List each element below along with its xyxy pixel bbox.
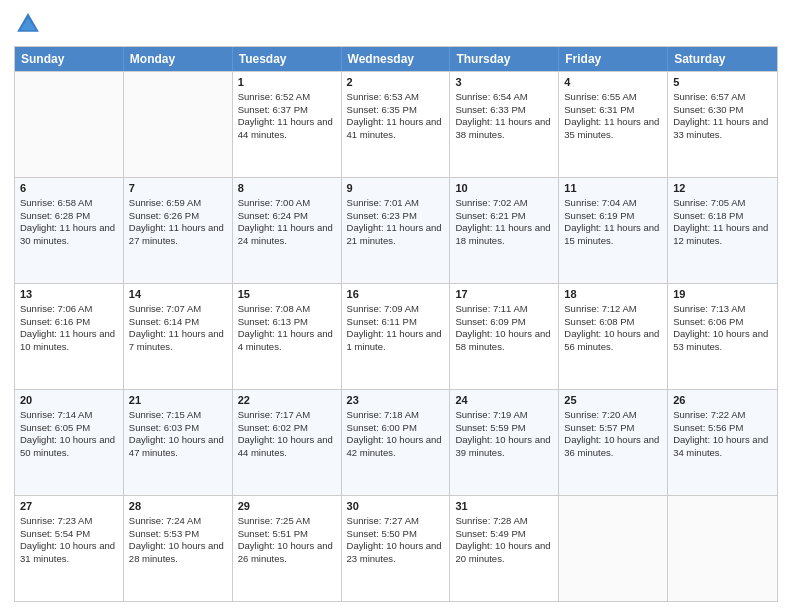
day-number: 27 (20, 499, 118, 514)
daylight-text: Daylight: 10 hours and 53 minutes. (673, 328, 768, 352)
sunset-text: Sunset: 6:14 PM (129, 316, 199, 327)
calendar-row-3: 13Sunrise: 7:06 AMSunset: 6:16 PMDayligh… (15, 283, 777, 389)
daylight-text: Daylight: 10 hours and 36 minutes. (564, 434, 659, 458)
sunset-text: Sunset: 6:26 PM (129, 210, 199, 221)
day-number: 4 (564, 75, 662, 90)
sunset-text: Sunset: 6:33 PM (455, 104, 525, 115)
empty-cell (559, 496, 668, 601)
sunset-text: Sunset: 6:00 PM (347, 422, 417, 433)
day-cell-15: 15Sunrise: 7:08 AMSunset: 6:13 PMDayligh… (233, 284, 342, 389)
day-cell-5: 5Sunrise: 6:57 AMSunset: 6:30 PMDaylight… (668, 72, 777, 177)
day-cell-24: 24Sunrise: 7:19 AMSunset: 5:59 PMDayligh… (450, 390, 559, 495)
sunset-text: Sunset: 5:59 PM (455, 422, 525, 433)
day-cell-8: 8Sunrise: 7:00 AMSunset: 6:24 PMDaylight… (233, 178, 342, 283)
calendar-header: SundayMondayTuesdayWednesdayThursdayFrid… (15, 47, 777, 71)
header-cell-thursday: Thursday (450, 47, 559, 71)
sunrise-text: Sunrise: 7:12 AM (564, 303, 636, 314)
day-cell-13: 13Sunrise: 7:06 AMSunset: 6:16 PMDayligh… (15, 284, 124, 389)
day-number: 11 (564, 181, 662, 196)
header-cell-friday: Friday (559, 47, 668, 71)
sunrise-text: Sunrise: 7:20 AM (564, 409, 636, 420)
sunrise-text: Sunrise: 7:08 AM (238, 303, 310, 314)
sunrise-text: Sunrise: 7:22 AM (673, 409, 745, 420)
daylight-text: Daylight: 10 hours and 31 minutes. (20, 540, 115, 564)
sunset-text: Sunset: 6:23 PM (347, 210, 417, 221)
calendar: SundayMondayTuesdayWednesdayThursdayFrid… (14, 46, 778, 602)
daylight-text: Daylight: 11 hours and 44 minutes. (238, 116, 333, 140)
day-number: 20 (20, 393, 118, 408)
day-cell-4: 4Sunrise: 6:55 AMSunset: 6:31 PMDaylight… (559, 72, 668, 177)
sunset-text: Sunset: 5:53 PM (129, 528, 199, 539)
day-cell-9: 9Sunrise: 7:01 AMSunset: 6:23 PMDaylight… (342, 178, 451, 283)
sunrise-text: Sunrise: 7:07 AM (129, 303, 201, 314)
sunrise-text: Sunrise: 7:14 AM (20, 409, 92, 420)
daylight-text: Daylight: 10 hours and 42 minutes. (347, 434, 442, 458)
day-number: 30 (347, 499, 445, 514)
sunset-text: Sunset: 6:21 PM (455, 210, 525, 221)
sunset-text: Sunset: 6:06 PM (673, 316, 743, 327)
day-cell-27: 27Sunrise: 7:23 AMSunset: 5:54 PMDayligh… (15, 496, 124, 601)
sunrise-text: Sunrise: 7:13 AM (673, 303, 745, 314)
sunset-text: Sunset: 5:54 PM (20, 528, 90, 539)
day-number: 12 (673, 181, 772, 196)
sunset-text: Sunset: 5:56 PM (673, 422, 743, 433)
header-cell-wednesday: Wednesday (342, 47, 451, 71)
day-number: 25 (564, 393, 662, 408)
daylight-text: Daylight: 11 hours and 41 minutes. (347, 116, 442, 140)
day-cell-31: 31Sunrise: 7:28 AMSunset: 5:49 PMDayligh… (450, 496, 559, 601)
daylight-text: Daylight: 11 hours and 7 minutes. (129, 328, 224, 352)
empty-cell (15, 72, 124, 177)
day-cell-23: 23Sunrise: 7:18 AMSunset: 6:00 PMDayligh… (342, 390, 451, 495)
empty-cell (124, 72, 233, 177)
day-cell-20: 20Sunrise: 7:14 AMSunset: 6:05 PMDayligh… (15, 390, 124, 495)
sunset-text: Sunset: 6:05 PM (20, 422, 90, 433)
empty-cell (668, 496, 777, 601)
day-number: 13 (20, 287, 118, 302)
logo-icon (14, 10, 42, 38)
day-number: 17 (455, 287, 553, 302)
day-number: 6 (20, 181, 118, 196)
day-cell-19: 19Sunrise: 7:13 AMSunset: 6:06 PMDayligh… (668, 284, 777, 389)
sunrise-text: Sunrise: 6:52 AM (238, 91, 310, 102)
sunset-text: Sunset: 6:11 PM (347, 316, 417, 327)
daylight-text: Daylight: 10 hours and 50 minutes. (20, 434, 115, 458)
day-number: 9 (347, 181, 445, 196)
daylight-text: Daylight: 10 hours and 28 minutes. (129, 540, 224, 564)
daylight-text: Daylight: 10 hours and 47 minutes. (129, 434, 224, 458)
sunset-text: Sunset: 6:03 PM (129, 422, 199, 433)
day-cell-6: 6Sunrise: 6:58 AMSunset: 6:28 PMDaylight… (15, 178, 124, 283)
day-number: 24 (455, 393, 553, 408)
sunrise-text: Sunrise: 7:11 AM (455, 303, 527, 314)
day-cell-17: 17Sunrise: 7:11 AMSunset: 6:09 PMDayligh… (450, 284, 559, 389)
header-cell-sunday: Sunday (15, 47, 124, 71)
day-cell-2: 2Sunrise: 6:53 AMSunset: 6:35 PMDaylight… (342, 72, 451, 177)
daylight-text: Daylight: 10 hours and 23 minutes. (347, 540, 442, 564)
daylight-text: Daylight: 10 hours and 58 minutes. (455, 328, 550, 352)
sunrise-text: Sunrise: 6:54 AM (455, 91, 527, 102)
sunset-text: Sunset: 6:09 PM (455, 316, 525, 327)
sunset-text: Sunset: 6:30 PM (673, 104, 743, 115)
day-cell-10: 10Sunrise: 7:02 AMSunset: 6:21 PMDayligh… (450, 178, 559, 283)
day-cell-16: 16Sunrise: 7:09 AMSunset: 6:11 PMDayligh… (342, 284, 451, 389)
daylight-text: Daylight: 10 hours and 44 minutes. (238, 434, 333, 458)
day-cell-28: 28Sunrise: 7:24 AMSunset: 5:53 PMDayligh… (124, 496, 233, 601)
day-number: 31 (455, 499, 553, 514)
sunrise-text: Sunrise: 7:18 AM (347, 409, 419, 420)
day-number: 1 (238, 75, 336, 90)
daylight-text: Daylight: 11 hours and 35 minutes. (564, 116, 659, 140)
daylight-text: Daylight: 10 hours and 34 minutes. (673, 434, 768, 458)
day-cell-1: 1Sunrise: 6:52 AMSunset: 6:37 PMDaylight… (233, 72, 342, 177)
day-number: 15 (238, 287, 336, 302)
daylight-text: Daylight: 11 hours and 27 minutes. (129, 222, 224, 246)
day-cell-21: 21Sunrise: 7:15 AMSunset: 6:03 PMDayligh… (124, 390, 233, 495)
page: SundayMondayTuesdayWednesdayThursdayFrid… (0, 0, 792, 612)
day-number: 14 (129, 287, 227, 302)
sunrise-text: Sunrise: 7:02 AM (455, 197, 527, 208)
sunrise-text: Sunrise: 7:28 AM (455, 515, 527, 526)
sunrise-text: Sunrise: 7:23 AM (20, 515, 92, 526)
day-cell-3: 3Sunrise: 6:54 AMSunset: 6:33 PMDaylight… (450, 72, 559, 177)
day-number: 28 (129, 499, 227, 514)
sunrise-text: Sunrise: 7:19 AM (455, 409, 527, 420)
day-number: 18 (564, 287, 662, 302)
day-number: 26 (673, 393, 772, 408)
